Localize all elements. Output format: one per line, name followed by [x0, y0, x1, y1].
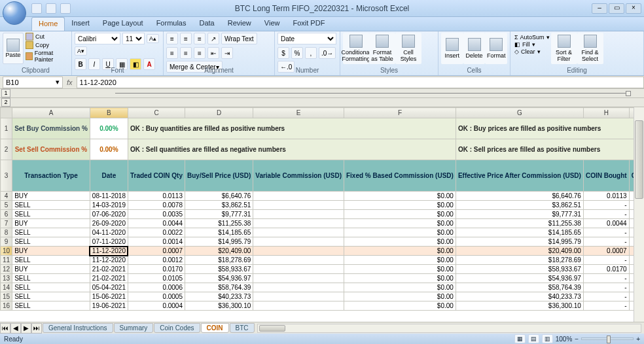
autosum-button[interactable]: Σ AutoSum ▾ — [514, 34, 550, 41]
cell-A6[interactable]: SELL — [12, 210, 90, 219]
cell-styles-button[interactable]: Cell Styles — [395, 33, 421, 64]
col-header-A[interactable]: A — [12, 108, 90, 118]
cell-B12[interactable]: 21-02-2021 — [90, 265, 128, 274]
cell-D14[interactable]: $58,764.39 — [185, 283, 253, 292]
header-A[interactable]: Transaction Type — [12, 160, 90, 192]
col-header-C[interactable]: C — [128, 108, 185, 118]
col-header-H[interactable]: H — [583, 108, 629, 118]
cell-H7[interactable]: 0.0044 — [583, 219, 629, 228]
tab-last-button[interactable]: ⏭ — [31, 323, 42, 334]
cell-B15[interactable]: 15-06-2021 — [90, 292, 128, 301]
conditional-formatting-button[interactable]: Conditional Formatting — [343, 33, 369, 64]
cell-H10[interactable]: 0.0007 — [583, 247, 629, 256]
ribbon-tab-view[interactable]: View — [258, 17, 287, 31]
delete-cells-button[interactable]: Delete — [463, 33, 486, 64]
zoom-in-button[interactable]: + — [636, 335, 640, 343]
cell-E7[interactable] — [253, 219, 344, 228]
vertical-scrollbar[interactable] — [634, 107, 644, 322]
cell-A16[interactable]: SELL — [12, 301, 90, 311]
cell-F15[interactable]: $0.00 — [344, 292, 456, 301]
cell-G2[interactable]: OK : Sell prices are filled as positive … — [456, 139, 644, 160]
cell-A11[interactable]: SELL — [12, 256, 90, 265]
comma-button[interactable]: , — [305, 47, 317, 59]
cell-A10[interactable]: BUY — [12, 247, 90, 256]
cell-B5[interactable]: 14-03-2019 — [90, 201, 128, 210]
cell-G1[interactable]: OK : Buy prices are filled as positive n… — [456, 118, 644, 139]
cell-H12[interactable]: 0.0170 — [583, 265, 629, 274]
cell-G4[interactable]: $6,640.76 — [456, 192, 583, 201]
sheet-tab-btc[interactable]: BTC — [230, 323, 255, 333]
header-E[interactable]: Variable Commission (USD) — [253, 160, 344, 192]
cell-B6[interactable]: 07-06-2020 — [90, 210, 128, 219]
row-header-14[interactable]: 14 — [1, 283, 12, 292]
cell-A2[interactable]: Set Sell Commission % — [12, 139, 90, 160]
cell-C7[interactable]: 0.0044 — [128, 219, 185, 228]
qat-redo[interactable] — [60, 3, 71, 14]
col-header-D[interactable]: D — [185, 108, 253, 118]
cell-F13[interactable]: $0.00 — [344, 274, 456, 283]
cell-C13[interactable]: 0.0105 — [128, 274, 185, 283]
row-header-3[interactable]: 3 — [1, 160, 12, 192]
header-C[interactable]: Traded COIN Qty — [128, 160, 185, 192]
cell-B8[interactable]: 04-11-2020 — [90, 228, 128, 237]
ribbon-tab-foxit-pdf[interactable]: Foxit PDF — [286, 17, 331, 31]
fill-button[interactable]: ◧ Fill ▾ — [514, 41, 550, 48]
cell-D4[interactable]: $6,640.76 — [185, 192, 253, 201]
row-header-11[interactable]: 11 — [1, 256, 12, 265]
cell-B10[interactable]: 11-12-2020 — [90, 247, 128, 256]
office-button[interactable] — [3, 1, 26, 25]
cell-C9[interactable]: 0.0014 — [128, 237, 185, 247]
sheet-tab-summary[interactable]: Summary — [114, 323, 154, 333]
header-B[interactable]: Date — [90, 160, 128, 192]
cell-C14[interactable]: 0.0006 — [128, 283, 185, 292]
insert-cells-button[interactable]: Insert — [441, 33, 463, 64]
ribbon-tab-insert[interactable]: Insert — [65, 17, 96, 31]
cell-F9[interactable]: $0.00 — [344, 237, 456, 247]
cell-H16[interactable]: - — [583, 301, 629, 311]
cut-button[interactable]: Cut — [26, 33, 69, 41]
increase-font-button[interactable]: A▴ — [147, 34, 159, 43]
cell-C4[interactable]: 0.0113 — [128, 192, 185, 201]
cell-F14[interactable]: $0.00 — [344, 283, 456, 292]
cell-D10[interactable]: $20,409.00 — [185, 247, 253, 256]
font-name-select[interactable]: Calibri — [75, 33, 120, 44]
row-header-9[interactable]: 9 — [1, 237, 12, 247]
row-header-15[interactable]: 15 — [1, 292, 12, 301]
ribbon-tab-review[interactable]: Review — [221, 17, 258, 31]
cell-E14[interactable] — [253, 283, 344, 292]
cell-C12[interactable]: 0.0170 — [128, 265, 185, 274]
formula-input[interactable] — [77, 77, 644, 88]
cell-A5[interactable]: SELL — [12, 201, 90, 210]
cell-C10[interactable]: 0.0007 — [128, 247, 185, 256]
cell-G13[interactable]: $54,936.97 — [456, 274, 583, 283]
cell-D16[interactable]: $36,300.10 — [185, 301, 253, 311]
percent-button[interactable]: % — [291, 47, 303, 59]
cell-H6[interactable]: - — [583, 210, 629, 219]
tab-prev-button[interactable]: ◀ — [10, 323, 21, 334]
cell-G11[interactable]: $18,278.69 — [456, 256, 583, 265]
cell-D11[interactable]: $18,278.69 — [185, 256, 253, 265]
zoom-thumb[interactable] — [607, 335, 611, 343]
col-header-E[interactable]: E — [253, 108, 344, 118]
hscroll-thumb[interactable] — [259, 325, 285, 332]
format-cells-button[interactable]: Format — [485, 33, 507, 64]
select-all-corner[interactable] — [1, 108, 12, 118]
cell-B14[interactable]: 05-04-2021 — [90, 283, 128, 292]
cell-B11[interactable]: 11-12-2020 — [90, 256, 128, 265]
cell-E16[interactable] — [253, 301, 344, 311]
row-header-1[interactable]: 1 — [1, 118, 12, 139]
number-format-select[interactable]: Date — [277, 33, 336, 44]
cell-B16[interactable]: 19-06-2021 — [90, 301, 128, 311]
view-normal-button[interactable]: ▦ — [514, 334, 526, 343]
ribbon-tab-home[interactable]: Home — [31, 17, 65, 31]
orientation-button[interactable]: ↗ — [207, 33, 219, 44]
row-header-2[interactable]: 2 — [1, 139, 12, 160]
cell-H9[interactable]: - — [583, 237, 629, 247]
cell-F5[interactable]: $0.00 — [344, 201, 456, 210]
cell-E4[interactable] — [253, 192, 344, 201]
decrease-indent-button[interactable]: ⇤ — [207, 47, 219, 59]
cell-G15[interactable]: $40,233.73 — [456, 292, 583, 301]
cell-G10[interactable]: $20,409.00 — [456, 247, 583, 256]
cell-C6[interactable]: 0.0035 — [128, 210, 185, 219]
align-left-button[interactable]: ≡ — [166, 47, 178, 59]
